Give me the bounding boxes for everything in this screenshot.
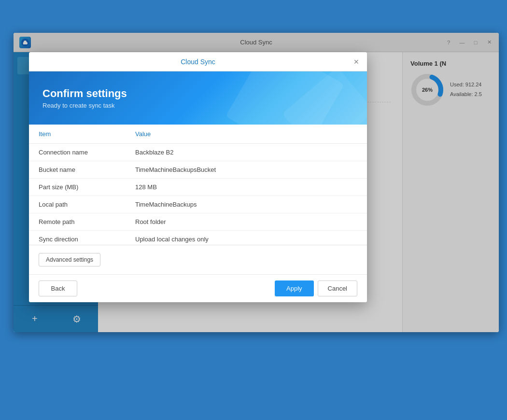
table-cell-item: Local path [29,196,126,213]
dialog-footer: Back Apply Cancel [29,275,367,302]
dialog-titlebar: Cloud Sync ✕ [29,52,367,71]
table-cell-item: Sync direction [29,231,126,246]
table-row: Sync directionUpload local changes only [29,231,367,246]
dialog-title: Cloud Sync [181,58,215,66]
table-cell-value: Upload local changes only [126,231,367,246]
table-cell-item: Part size (MB) [29,179,126,196]
footer-right-buttons: Apply Cancel [275,280,357,296]
table-cell-value: Backblaze B2 [126,144,367,161]
table-cell-item: Connection name [29,144,126,161]
advanced-settings-section: Advanced settings [29,245,367,275]
table-cell-item: Remote path [29,213,126,231]
apply-button[interactable]: Apply [275,280,314,296]
back-button[interactable]: Back [39,280,77,296]
settings-table: Item Value Connection nameBackblaze B2Bu… [29,125,367,245]
col-header-value: Value [126,125,367,144]
table-cell-value: TimeMachineBackupsBucket [126,161,367,179]
dialog-banner: Confirm settings Ready to create sync ta… [29,71,367,125]
table-row: Remote pathRoot folder [29,213,367,231]
confirm-settings-dialog: Cloud Sync ✕ Confirm settings Ready to c… [29,52,367,302]
table-cell-value: TimeMachineBackups [126,196,367,213]
app-window: Cloud Sync ? — □ ✕ + ⚙ ce w up-to-date. … [14,33,499,332]
table-row: Part size (MB)128 MB [29,179,367,196]
cancel-button[interactable]: Cancel [318,280,357,296]
table-row: Local pathTimeMachineBackups [29,196,367,213]
dialog-close-button[interactable]: ✕ [352,57,361,67]
col-header-item: Item [29,125,126,144]
settings-table-wrapper[interactable]: Item Value Connection nameBackblaze B2Bu… [29,125,367,245]
table-cell-value: Root folder [126,213,367,231]
dialog-overlay: Cloud Sync ✕ Confirm settings Ready to c… [14,33,499,332]
dialog-banner-subtitle: Ready to create sync task [42,102,353,109]
table-cell-value: 128 MB [126,179,367,196]
table-row: Connection nameBackblaze B2 [29,144,367,161]
advanced-settings-button[interactable]: Advanced settings [39,253,100,266]
table-row: Bucket nameTimeMachineBackupsBucket [29,161,367,179]
dialog-banner-title: Confirm settings [42,87,353,100]
dialog-body: Item Value Connection nameBackblaze B2Bu… [29,125,367,302]
table-cell-item: Bucket name [29,161,126,179]
